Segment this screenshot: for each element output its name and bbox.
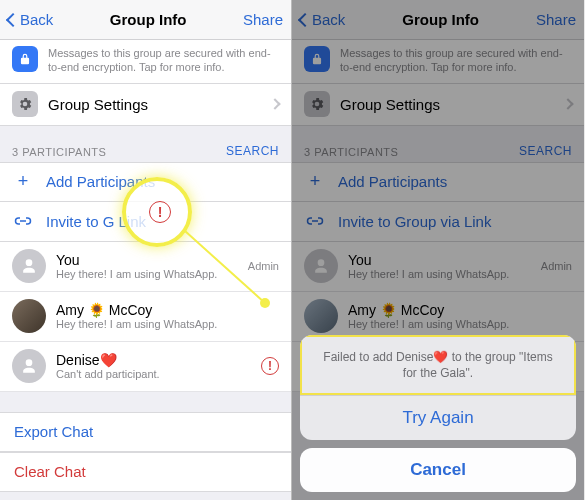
group-settings-label: Group Settings: [48, 96, 271, 113]
participant-name: Amy 🌻 McCoy: [56, 302, 279, 318]
add-participants-row[interactable]: + Add Participants: [292, 162, 584, 202]
page-title: Group Info: [402, 11, 479, 28]
back-button[interactable]: Back: [300, 11, 345, 28]
encryption-text: Messages to this group are secured with …: [48, 46, 279, 75]
participants-count: 3 PARTICIPANTS: [304, 146, 398, 158]
group-settings-row[interactable]: Group Settings: [0, 84, 291, 126]
nav-bar: Back Group Info Share: [0, 0, 291, 40]
avatar: [304, 249, 338, 283]
invite-link-row[interactable]: Invite to Group via Link: [292, 202, 584, 242]
search-button[interactable]: SEARCH: [226, 144, 279, 158]
participant-status: Hey there! I am using WhatsApp.: [348, 318, 572, 330]
export-chat-button[interactable]: Export Chat: [0, 412, 291, 452]
lock-icon: [12, 46, 38, 72]
participant-name: You: [56, 252, 242, 268]
page-title: Group Info: [110, 11, 187, 28]
link-icon: [12, 216, 34, 226]
screen-left: Back Group Info Share Messages to this g…: [0, 0, 292, 500]
participant-row[interactable]: You Hey there! I am using WhatsApp. Admi…: [0, 242, 291, 292]
encryption-row[interactable]: Messages to this group are secured with …: [292, 40, 584, 84]
participant-status: Hey there! I am using WhatsApp.: [56, 268, 242, 280]
back-button[interactable]: Back: [8, 11, 53, 28]
back-label: Back: [312, 11, 345, 28]
chevron-right-icon: [269, 98, 280, 109]
admin-badge: Admin: [541, 260, 572, 272]
participant-row[interactable]: You Hey there! I am using WhatsApp. Admi…: [292, 242, 584, 292]
link-icon: [304, 216, 326, 226]
avatar: [12, 299, 46, 333]
add-participants-row[interactable]: + Add Participants: [0, 162, 291, 202]
participant-row[interactable]: Denise❤️ Can't add participant. !: [0, 342, 291, 392]
add-participants-label: Add Participants: [338, 173, 447, 190]
chevron-left-icon: [298, 12, 312, 26]
participants-header: 3 PARTICIPANTS SEARCH: [292, 126, 584, 162]
participants-header: 3 PARTICIPANTS SEARCH: [0, 126, 291, 162]
clear-chat-button[interactable]: Clear Chat: [0, 452, 291, 492]
back-label: Back: [20, 11, 53, 28]
avatar: [12, 349, 46, 383]
participant-name: Denise❤️: [56, 352, 255, 368]
cancel-button[interactable]: Cancel: [300, 448, 576, 492]
participant-name: You: [348, 252, 535, 268]
search-button[interactable]: SEARCH: [519, 144, 572, 158]
participants-count: 3 PARTICIPANTS: [12, 146, 106, 158]
share-button[interactable]: Share: [243, 11, 283, 28]
participant-status: Hey there! I am using WhatsApp.: [56, 318, 279, 330]
group-settings-label: Group Settings: [340, 96, 564, 113]
lock-icon: [304, 46, 330, 72]
invite-link-row[interactable]: Invite to G Link: [0, 202, 291, 242]
participant-status: Can't add participant.: [56, 368, 255, 380]
encryption-text: Messages to this group are secured with …: [340, 46, 572, 75]
group-settings-row[interactable]: Group Settings: [292, 84, 584, 126]
avatar: [304, 299, 338, 333]
plus-icon: +: [304, 171, 326, 192]
gear-icon: [12, 91, 38, 117]
screen-right: Back Group Info Share Messages to this g…: [292, 0, 584, 500]
participant-row[interactable]: Amy 🌻 McCoy Hey there! I am using WhatsA…: [0, 292, 291, 342]
participant-name: Amy 🌻 McCoy: [348, 302, 572, 318]
gear-icon: [304, 91, 330, 117]
error-icon: !: [261, 357, 279, 375]
chevron-right-icon: [562, 98, 573, 109]
action-sheet: Failed to add Denise❤️ to the group "Ite…: [300, 335, 576, 492]
nav-bar: Back Group Info Share: [292, 0, 584, 40]
invite-link-label: Invite to Group via Link: [338, 213, 491, 230]
plus-icon: +: [12, 171, 34, 192]
invite-link-label: Invite to G Link: [46, 213, 146, 230]
try-again-button[interactable]: Try Again: [300, 395, 576, 440]
encryption-row[interactable]: Messages to this group are secured with …: [0, 40, 291, 84]
share-button[interactable]: Share: [536, 11, 576, 28]
admin-badge: Admin: [248, 260, 279, 272]
participant-status: Hey there! I am using WhatsApp.: [348, 268, 535, 280]
sheet-message: Failed to add Denise❤️ to the group "Ite…: [300, 335, 576, 395]
add-participants-label: Add Participants: [46, 173, 155, 190]
chevron-left-icon: [6, 12, 20, 26]
avatar: [12, 249, 46, 283]
